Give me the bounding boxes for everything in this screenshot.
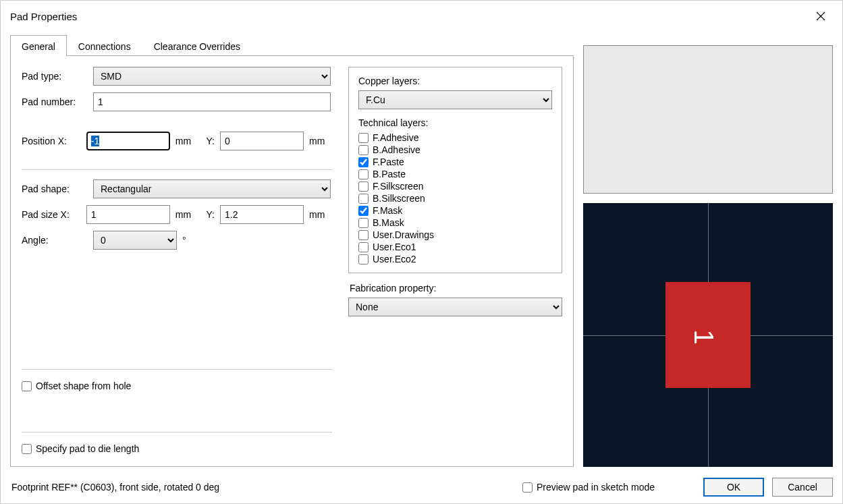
layers-panel: Copper layers: F.Cu Technical layers: F.… [348,67,562,273]
label-preview-sketch: Preview pad in sketch mode [537,482,655,493]
pad-size-y-input[interactable] [220,205,304,224]
tech-layer-row: B.Silkscreen [358,193,552,204]
tech-layer-row: User.Eco1 [358,242,552,252]
tech-layer-label: F.Paste [373,157,404,167]
window-title: Pad Properties [10,11,77,22]
label-technical-layers: Technical layers: [358,117,552,128]
tech-layer-row: User.Eco2 [358,254,552,264]
pad-number-input[interactable] [93,92,331,111]
position-y-input[interactable] [220,132,304,150]
unit-mm: mm [309,136,332,146]
pad-shape-select[interactable]: Rectangular [93,179,331,198]
tech-layer-row: F.Mask [358,205,552,216]
tech-layer-row: F.Silkscreen [358,181,552,192]
tab-connections[interactable]: Connections [67,35,142,56]
tech-layer-label: B.Paste [373,169,406,179]
tech-layer-checkbox-b-paste[interactable] [358,169,369,179]
label-offset-shape: Offset shape from hole [36,381,131,391]
tech-layer-label: B.Adhesive [373,144,420,155]
tab-clearance-overrides[interactable]: Clearance Overrides [142,35,252,56]
label-fabrication-property: Fabrication property: [348,283,562,293]
footer: Footprint REF** (C0603), front side, rot… [1,472,842,503]
angle-select[interactable]: 0 [93,231,177,250]
label-position-x: Position X: [22,136,81,146]
tech-layer-label: B.Mask [373,217,404,228]
tech-layer-checkbox-user-eco2[interactable] [358,254,369,264]
label-copper-layers: Copper layers: [358,76,552,86]
tech-layer-row: B.Mask [358,217,552,228]
ok-button[interactable]: OK [703,478,764,497]
label-pad-shape: Pad shape: [22,184,88,194]
tech-layer-row: User.Drawings [358,229,552,240]
tech-layer-checkbox-f-mask[interactable] [358,206,369,216]
tech-layer-label: B.Silkscreen [373,193,425,204]
pad-size-x-input[interactable] [86,205,170,224]
tech-layer-label: F.Adhesive [373,132,418,143]
tech-layer-row: F.Paste [358,157,552,167]
specify-die-checkbox[interactable] [22,444,32,454]
tech-layer-label: User.Eco2 [373,254,416,264]
tech-layer-row: B.Adhesive [358,144,552,155]
close-icon[interactable] [807,6,834,26]
fabrication-property-select[interactable]: None [348,298,562,316]
tech-layer-label: User.Drawings [373,229,434,240]
tech-layer-label: F.Silkscreen [373,181,423,192]
technical-layers-list: F.AdhesiveB.AdhesiveF.PasteB.PasteF.Silk… [358,132,552,264]
unit-mm: mm [309,209,332,220]
pad-type-select[interactable]: SMD [93,67,331,86]
tech-layer-row: B.Paste [358,169,552,179]
label-angle: Angle: [22,235,88,246]
label-y: Y: [204,136,215,146]
tech-layer-checkbox-f-paste[interactable] [358,157,369,167]
tech-layer-checkbox-user-eco1[interactable] [358,242,369,252]
offset-shape-checkbox[interactable] [22,381,32,391]
pad-number-preview: 1 [688,329,718,344]
tech-layer-checkbox-b-silkscreen[interactable] [358,194,369,204]
tech-layer-checkbox-f-silkscreen[interactable] [358,181,369,192]
tab-bar: General Connections Clearance Overrides [10,34,574,56]
titlebar: Pad Properties [1,1,842,30]
label-specify-die: Specify pad to die length [36,443,139,454]
tech-layer-checkbox-b-mask[interactable] [358,218,369,228]
unit-mm: mm [175,209,198,220]
unit-deg: ° [182,235,208,246]
preview-small [583,45,833,194]
label-pad-type: Pad type: [22,71,88,82]
tab-general[interactable]: General [10,35,67,56]
tech-layer-checkbox-b-adhesive[interactable] [358,145,369,155]
position-x-input[interactable] [86,132,170,150]
tech-layer-checkbox-user-drawings[interactable] [358,230,369,240]
preview-sketch-checkbox[interactable] [522,482,533,493]
tab-panel-general: Pad type: SMD Pad number: Position X: mm [10,56,574,467]
tech-layer-checkbox-f-adhesive[interactable] [358,133,369,143]
tech-layer-row: F.Adhesive [358,132,552,143]
tech-layer-label: F.Mask [373,205,402,216]
label-pad-size-x: Pad size X: [22,209,81,220]
cancel-button[interactable]: Cancel [772,478,833,497]
tech-layer-label: User.Eco1 [373,242,416,252]
label-y: Y: [204,209,215,220]
footer-status: Footprint REF** (C0603), front side, rot… [11,482,219,493]
pad-properties-dialog: Pad Properties General Connections Clear… [0,0,843,504]
copper-layer-select[interactable]: F.Cu [358,90,552,109]
preview-pad: 1 [583,203,833,467]
unit-mm: mm [175,136,198,146]
label-pad-number: Pad number: [22,96,88,107]
